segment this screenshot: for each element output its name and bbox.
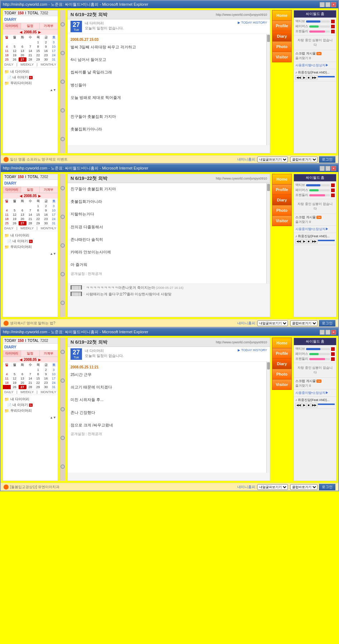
cal-day-2[interactable]: 28 bbox=[26, 221, 34, 225]
cal-day-2[interactable]: 22 bbox=[34, 217, 42, 221]
nav-daily-3[interactable]: DAILY bbox=[4, 390, 13, 394]
maximize-btn-2[interactable]: □ bbox=[325, 166, 330, 171]
cal-day[interactable]: 26 bbox=[11, 57, 19, 62]
up-arrow-1[interactable]: ▲ bbox=[50, 88, 53, 92]
cal-day-2[interactable]: 19 bbox=[11, 217, 19, 221]
minimize-btn-3[interactable]: _ bbox=[320, 330, 325, 335]
nav-home-1[interactable]: Home bbox=[272, 10, 292, 20]
up-arrow-2[interactable]: ▲ bbox=[50, 252, 53, 256]
club-select-2[interactable]: 클럽바로가기 bbox=[290, 320, 318, 326]
link-my-diary-3[interactable]: 📁 내 다이어리 bbox=[4, 396, 56, 402]
cal-day-2[interactable]: 1 bbox=[34, 204, 42, 208]
cal-day-2[interactable]: 20 bbox=[19, 217, 26, 221]
window-controls-3[interactable]: _ □ ✕ bbox=[320, 330, 336, 335]
cal-day-2[interactable]: 24 bbox=[50, 217, 58, 221]
music-prev-2[interactable]: ◀◀ bbox=[295, 239, 302, 244]
nav-visitor-2[interactable]: Visitor bbox=[272, 215, 292, 226]
cal-day[interactable]: 21 bbox=[26, 53, 34, 57]
nav-visitor-1[interactable]: Visitor bbox=[272, 52, 292, 62]
close-btn-3[interactable]: ✕ bbox=[331, 330, 336, 335]
link-my-story-1[interactable]: 📄 내 이야기 N bbox=[4, 75, 56, 80]
cal-day[interactable]: 31 bbox=[50, 57, 58, 62]
nav-profile-1[interactable]: Profile bbox=[272, 20, 292, 31]
cal-prev-btn-3[interactable]: ◀ bbox=[20, 358, 22, 362]
down-arrow-2[interactable]: ▼ bbox=[53, 252, 56, 256]
cal-day[interactable]: 8 bbox=[34, 44, 42, 49]
mini-link-2[interactable]: 내미니홈피 bbox=[237, 321, 255, 326]
cal-day-2[interactable]: 7 bbox=[26, 208, 34, 213]
club-select-1[interactable]: 클럽바로가기 bbox=[290, 157, 318, 162]
cal-day-2[interactable]: 15 bbox=[34, 213, 42, 217]
link-our-diary-2[interactable]: 📁 우리다이어리 bbox=[4, 244, 56, 250]
tab-diary-2[interactable]: 다이어리 bbox=[3, 187, 21, 193]
cal-day[interactable]: 4 bbox=[3, 44, 11, 49]
cal-day[interactable]: 28 bbox=[26, 57, 34, 62]
cal-day[interactable]: 13 bbox=[19, 49, 26, 53]
nav-daily-1[interactable]: DAILY bbox=[4, 63, 13, 66]
view-select-3[interactable]: 내얼굴파보기기 bbox=[257, 484, 288, 490]
mini-link-1[interactable]: 내미니홈피 bbox=[237, 157, 255, 162]
using-link-1[interactable]: 사용중이템•소망상자▶ bbox=[295, 63, 329, 67]
cal-day-2[interactable]: 18 bbox=[3, 217, 11, 221]
mini-link-3[interactable]: 내미니홈피 bbox=[237, 485, 255, 490]
link-my-diary-2[interactable]: 📁 내 다이어리 bbox=[4, 233, 56, 238]
cal-day[interactable]: 22 bbox=[34, 53, 42, 57]
close-btn-2[interactable]: ✕ bbox=[331, 166, 336, 171]
nav-profile-2[interactable]: Profile bbox=[272, 184, 292, 195]
cal-day[interactable]: 10 bbox=[50, 44, 58, 49]
cal-day-2[interactable]: 23 bbox=[42, 217, 50, 221]
cal-day[interactable]: 6 bbox=[19, 44, 26, 49]
nav-photo-2[interactable]: Photo bbox=[272, 205, 292, 215]
using-link-2[interactable]: 사용중이템•소망상자▶ bbox=[295, 227, 329, 231]
cal-day[interactable]: 20 bbox=[19, 53, 26, 57]
cal-day[interactable]: 17 bbox=[50, 49, 58, 53]
cal-today-1[interactable]: 27 bbox=[19, 57, 26, 62]
tab-budget-1[interactable]: 가계부 bbox=[40, 23, 58, 29]
minimize-btn-1[interactable]: _ bbox=[320, 2, 325, 7]
music-next-2[interactable]: ▶▶ bbox=[311, 239, 318, 244]
cal-day-2[interactable]: 16 bbox=[42, 213, 50, 217]
nav-visitor-3[interactable]: Visitor bbox=[272, 379, 292, 390]
cal-day[interactable]: 18 bbox=[3, 53, 11, 57]
tab-schedule-1[interactable]: 일정 bbox=[21, 23, 39, 29]
cal-day-2[interactable]: 4 bbox=[3, 208, 11, 213]
tab-budget-3[interactable]: 가계부 bbox=[40, 350, 58, 357]
cal-next-btn-2[interactable]: ▶ bbox=[38, 194, 41, 198]
nav-diary-1[interactable]: Diary bbox=[272, 31, 292, 41]
cal-next-btn-1[interactable]: ▶ bbox=[38, 30, 41, 34]
cal-prev-btn-2[interactable]: ◀ bbox=[20, 194, 22, 198]
cal-day[interactable]: 12 bbox=[11, 49, 19, 53]
music-next-1[interactable]: ▶▶ bbox=[311, 75, 318, 80]
using-link-3[interactable]: 사용중이템•소망상자▶ bbox=[295, 391, 329, 395]
cal-day[interactable]: 3 bbox=[50, 40, 58, 44]
maximize-btn-1[interactable]: □ bbox=[325, 2, 330, 7]
cal-next-btn-3[interactable]: ▶ bbox=[38, 358, 41, 362]
tab-budget-2[interactable]: 가계부 bbox=[40, 187, 58, 193]
cal-day[interactable]: 25 bbox=[3, 57, 11, 62]
nav-diary-3[interactable]: Diary bbox=[272, 358, 292, 369]
bar-minus-2-1[interactable]: - bbox=[331, 183, 335, 187]
bar-minus-3-3[interactable]: - bbox=[331, 357, 335, 361]
cal-day[interactable]: 23 bbox=[42, 53, 50, 57]
club-select-3[interactable]: 클럽바로가기 bbox=[290, 484, 318, 490]
cal-day[interactable]: 5 bbox=[11, 44, 19, 49]
bar-minus-2-2[interactable]: - bbox=[331, 189, 335, 192]
cal-day[interactable]: 24 bbox=[50, 53, 58, 57]
music-next-3[interactable]: ▶▶ bbox=[311, 403, 318, 407]
today-history-btn-3[interactable]: ▶ TODAY HISTORY bbox=[238, 348, 267, 352]
cal-day[interactable]: 7 bbox=[26, 44, 34, 49]
minimize-btn-2[interactable]: _ bbox=[320, 166, 325, 171]
bar-minus-2-3[interactable]: - bbox=[331, 194, 335, 197]
cal-day[interactable]: 30 bbox=[42, 57, 50, 62]
tab-schedule-3[interactable]: 일정 bbox=[21, 350, 39, 357]
scrollbar-3[interactable] bbox=[266, 362, 270, 473]
up-arrow-3[interactable]: ▲ bbox=[50, 416, 53, 419]
link-my-story-2[interactable]: 📄 내 이야기 N bbox=[4, 238, 56, 244]
cal-day[interactable]: 2 bbox=[42, 40, 50, 44]
music-prev-1[interactable]: ◀◀ bbox=[295, 75, 302, 80]
nav-monthly-2[interactable]: MONTHLY bbox=[41, 226, 56, 230]
cal-today-2[interactable]: 27 bbox=[19, 221, 26, 225]
login-btn-2[interactable]: 로그인 bbox=[319, 320, 335, 326]
cal-day-2[interactable]: 12 bbox=[11, 213, 19, 217]
cal-day[interactable]: 16 bbox=[42, 49, 50, 53]
